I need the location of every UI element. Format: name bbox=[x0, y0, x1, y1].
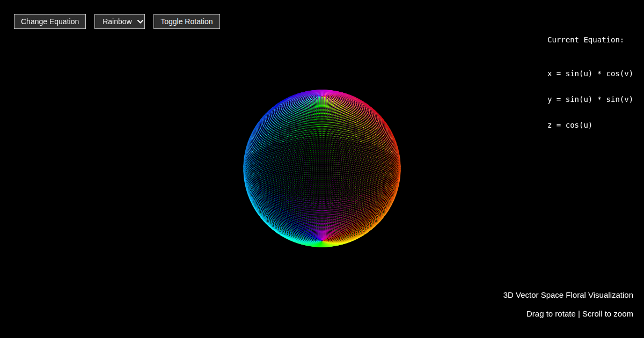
chevron-down-icon bbox=[137, 20, 143, 24]
interaction-hint: Drag to rotate | Scroll to zoom bbox=[526, 309, 633, 318]
app-stage: Change Equation Rainbow Toggle Rotation … bbox=[0, 0, 644, 338]
equation-panel-title: Current Equation: bbox=[547, 35, 633, 44]
toggle-rotation-button[interactable]: Toggle Rotation bbox=[153, 14, 219, 29]
equation-line-y: y = sin(u) * sin(v) bbox=[547, 95, 633, 104]
equation-line-x: x = sin(u) * cos(v) bbox=[547, 69, 633, 78]
visualization-title: 3D Vector Space Floral Visualization bbox=[503, 290, 633, 299]
color-scheme-select[interactable]: Rainbow bbox=[94, 14, 145, 29]
color-scheme-selected-value: Rainbow bbox=[103, 17, 131, 26]
change-equation-button[interactable]: Change Equation bbox=[14, 14, 86, 29]
equation-panel: Current Equation: x = sin(u) * cos(v) y … bbox=[547, 18, 633, 146]
equation-line-z: z = cos(u) bbox=[547, 121, 633, 129]
toolbar: Change Equation Rainbow Toggle Rotation bbox=[14, 14, 220, 29]
